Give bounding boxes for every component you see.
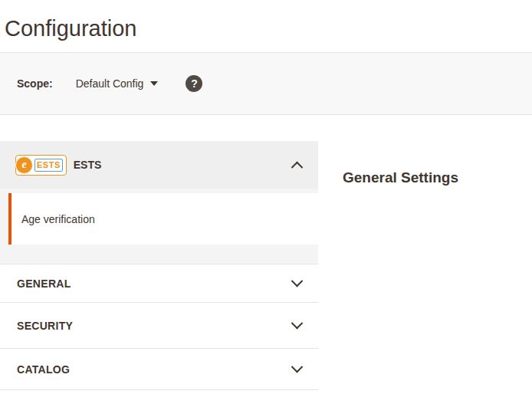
- nav-section-catalog-label: CATALOG: [17, 363, 70, 376]
- chevron-up-icon: [291, 161, 304, 173]
- caret-down-icon: [150, 81, 158, 86]
- nav-section-catalog[interactable]: CATALOG: [0, 348, 318, 390]
- nav-section-security[interactable]: SECURITY: [0, 302, 318, 348]
- ests-logo-icon: e ESTS: [15, 155, 67, 176]
- nav-section-general-label: GENERAL: [17, 277, 71, 290]
- config-nav-sidebar: e ESTS ESTS Age verification GENERAL SEC…: [0, 141, 318, 390]
- nav-section-ests[interactable]: e ESTS ESTS: [0, 141, 318, 189]
- nav-submenu-ests: Age verification: [0, 189, 318, 264]
- chevron-down-icon: [291, 317, 304, 330]
- nav-section-general[interactable]: GENERAL: [0, 264, 318, 302]
- chevron-down-icon: [291, 361, 304, 373]
- content-heading: General Settings: [343, 169, 458, 186]
- chevron-down-icon: [291, 275, 304, 287]
- page-title: Configuration: [5, 12, 137, 44]
- ests-logo-circle: e: [15, 156, 33, 174]
- question-mark-glyph: ?: [191, 77, 198, 90]
- ests-logo-badge: ESTS: [34, 159, 63, 172]
- scope-switcher-dropdown[interactable]: Default Config: [76, 77, 159, 90]
- nav-item-age-verification-label: Age verification: [21, 213, 95, 225]
- nav-section-ests-label: ESTS: [74, 159, 102, 171]
- scope-bar: Scope: Default Config ?: [0, 52, 532, 115]
- nav-item-age-verification[interactable]: Age verification: [8, 193, 318, 245]
- nav-section-security-label: SECURITY: [17, 320, 73, 332]
- scope-selected-value: Default Config: [76, 77, 144, 90]
- help-icon[interactable]: ?: [186, 75, 202, 92]
- configuration-page: Configuration Scope: Default Config ? e …: [0, 0, 532, 394]
- scope-label: Scope:: [17, 77, 53, 90]
